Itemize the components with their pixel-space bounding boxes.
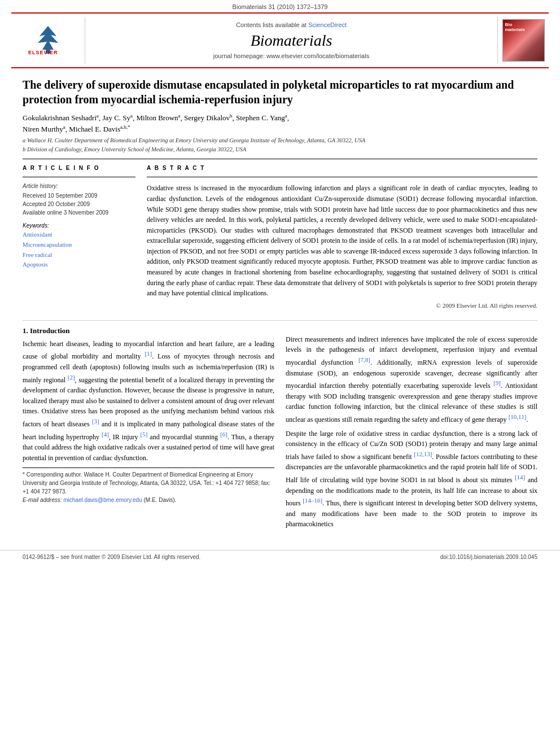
ref-1-link[interactable]: [1] <box>145 350 152 357</box>
sup-a4: a <box>285 113 287 119</box>
sciencedirect-line: Contents lists available at ScienceDirec… <box>236 21 347 28</box>
banner-right: Biomaterials <box>498 17 549 64</box>
contents-label: Contents lists available at <box>236 21 307 28</box>
body-content: 1. Introduction Ischemic heart diseases,… <box>0 321 560 544</box>
intro-para2-text: Direct measurements and indirect inferen… <box>286 334 537 425</box>
authors-line: Gokulakrishnan Seshadria, Jay C. Sya, Mi… <box>23 112 537 134</box>
ref-14-link[interactable]: [14] <box>515 474 525 480</box>
author-sy: Jay C. Sy <box>103 113 130 122</box>
journal-name-banner: Biomaterials <box>251 32 333 50</box>
email-name: (M.E. Davis). <box>144 497 177 503</box>
footer-left: 0142-9612/$ – see front matter © 2009 El… <box>23 554 200 560</box>
footnote-star: * <box>23 471 27 478</box>
received-date: Received 10 September 2009 <box>23 191 135 200</box>
intro-heading: 1. Introduction <box>23 326 274 335</box>
footer-right: doi:10.1016/j.biomaterials.2009.10.045 <box>440 554 537 560</box>
sup-a1: a <box>97 113 99 119</box>
keyword-free-radical[interactable]: Free radical <box>23 250 135 260</box>
keywords-list: Antioxidant Microencapsulation Free radi… <box>23 230 135 269</box>
journal-header: Biomaterials 31 (2010) 1372–1379 <box>0 0 560 12</box>
page-wrapper: Biomaterials 31 (2010) 1372–1379 ELSEVIE… <box>0 0 560 747</box>
homepage-label: journal homepage: www.elsevier.com/locat… <box>213 53 369 59</box>
article-content: The delivery of superoxide dismutase enc… <box>0 68 560 320</box>
intro-para1: Ischemic heart diseases, leading to myoc… <box>23 339 274 464</box>
history-label: Article history: <box>23 183 135 189</box>
abstract-text: Oxidative stress is increased in the myo… <box>147 183 537 299</box>
ref-14-16-link[interactable]: [14–16] <box>303 497 322 504</box>
intro-para3-text: Despite the large role of oxidative stre… <box>286 429 537 530</box>
keywords-label: Keywords: <box>23 222 135 229</box>
keyword-antioxidant[interactable]: Antioxidant <box>23 230 135 240</box>
ref-10-11-link[interactable]: [10,11] <box>509 413 527 420</box>
divider-article-info <box>23 177 135 177</box>
ref-7-8-link[interactable]: [7,8] <box>358 356 370 363</box>
svg-text:ELSEVIER: ELSEVIER <box>28 50 58 55</box>
corresponding-label: Corresponding author. Wallace H. Coulter… <box>23 471 270 495</box>
author-seshadri: Gokulakrishnan Seshadri <box>23 113 97 122</box>
email-link[interactable]: michael.davis@bme.emory.edu <box>63 497 142 503</box>
ref-9-link[interactable]: [9] <box>493 379 501 386</box>
body-left-col: 1. Introduction Ischemic heart diseases,… <box>23 321 274 533</box>
accepted-date: Accepted 20 October 2009 <box>23 200 135 208</box>
sup-b1: b <box>230 113 233 119</box>
bottom-footer: 0142-9612/$ – see front matter © 2009 El… <box>0 550 560 563</box>
elsevier-logo-section: ELSEVIER <box>11 17 85 64</box>
available-date: Available online 3 November 2009 <box>23 208 135 217</box>
abstract-paragraph: Oxidative stress is increased in the myo… <box>147 183 537 299</box>
body-right-col: Direct measurements and indirect inferen… <box>286 321 537 533</box>
ref-2-link[interactable]: [2] <box>68 374 75 381</box>
ref-5-link[interactable]: [5] <box>141 431 148 438</box>
sup-a3: a <box>178 113 181 119</box>
divider-after-affiliations <box>23 159 537 159</box>
footnote-text: * Corresponding author. Wallace H. Coult… <box>23 470 274 504</box>
elsevier-logo: ELSEVIER <box>25 25 71 56</box>
affiliation-b: b Division of Cardiology, Emory Universi… <box>23 146 537 154</box>
abstract-heading: A B S T R A C T <box>147 165 537 171</box>
copyright-line: © 2009 Elsevier Ltd. All rights reserved… <box>147 302 537 309</box>
journal-ref-top: Biomaterials 31 (2010) 1372–1379 <box>233 3 328 10</box>
sup-a5: a <box>63 124 65 130</box>
banner-center: Contents lists available at ScienceDirec… <box>85 17 498 64</box>
intro-para1-text: Ischemic heart diseases, leading to myoc… <box>23 339 274 464</box>
author-yang: Stephen C. Yang <box>236 113 285 122</box>
ref-4-link[interactable]: [4] <box>102 431 109 438</box>
abstract-col: A B S T R A C T Oxidative stress is incr… <box>147 165 537 309</box>
author-davis: Michael E. Davis <box>69 125 120 133</box>
keyword-apoptosis[interactable]: Apoptosis <box>23 260 135 270</box>
journal-homepage: journal homepage: www.elsevier.com/locat… <box>213 53 369 59</box>
footnote-divider <box>23 468 274 468</box>
keyword-microencapsulation[interactable]: Microencapsulation <box>23 240 135 250</box>
cover-title: Biomaterials <box>505 22 525 32</box>
sup-a2: a <box>130 113 133 119</box>
author-dikalov: Sergey Dikalov <box>184 113 230 122</box>
article-info-col: A R T I C L E I N F O Article history: R… <box>23 165 135 309</box>
divider-abstract <box>147 177 537 177</box>
ref-12-13-link[interactable]: [12,13] <box>414 451 432 457</box>
author-murthy: Niren Murthy <box>23 125 63 133</box>
sciencedirect-text: ScienceDirect <box>308 21 347 28</box>
journal-cover-image: Biomaterials <box>502 19 545 62</box>
sup-ab: a,b,* <box>120 124 130 130</box>
email-label: E-mail address: <box>23 497 63 503</box>
elsevier-tree-icon: ELSEVIER <box>25 25 71 56</box>
ref-6-link[interactable]: [6] <box>220 431 228 438</box>
intro-para2-right: Direct measurements and indirect inferen… <box>286 334 537 530</box>
sciencedirect-link[interactable]: ScienceDirect <box>308 21 347 28</box>
affiliation-a: a Wallace H. Coulter Department of Biome… <box>23 137 537 145</box>
article-title: The delivery of superoxide dismutase enc… <box>23 77 537 107</box>
ref-3-link[interactable]: [3] <box>92 418 99 425</box>
author-brown: Milton Brown <box>137 113 178 122</box>
article-info-abstract-section: A R T I C L E I N F O Article history: R… <box>23 165 537 309</box>
article-info-heading: A R T I C L E I N F O <box>23 165 135 171</box>
journal-banner: ELSEVIER Contents lists available at Sci… <box>11 12 549 68</box>
